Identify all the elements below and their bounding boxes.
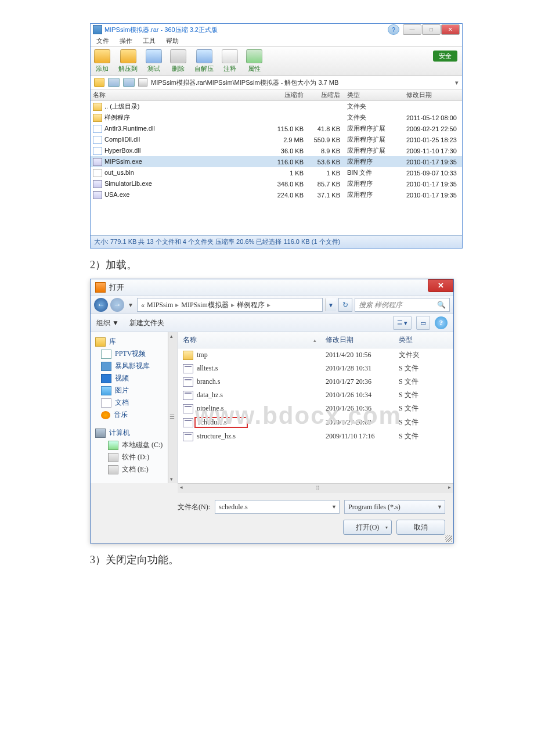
toolbar-属性[interactable]: 属性 (246, 49, 262, 73)
open-button[interactable]: 打开(O) (343, 520, 392, 535)
file-row[interactable]: alltest.s2010/1/28 10:31S 文件 (178, 362, 453, 375)
cancel-button[interactable]: 取消 (396, 520, 445, 535)
col-name[interactable]: 名称▴ (178, 332, 321, 348)
sidebar-drive[interactable]: 本地磁盘 (C:) (93, 439, 175, 451)
sidebar-item-icon (101, 411, 110, 419)
file-row[interactable]: structure_hz.s2009/11/10 17:16S 文件 (178, 430, 453, 443)
view-button[interactable]: ☰ ▾ (393, 316, 412, 330)
help-icon[interactable]: ? (388, 24, 399, 35)
file-row[interactable]: 样例程序文件夹2011-05-12 08:00 (91, 112, 462, 123)
bc-seg[interactable]: 样例程序 (237, 300, 265, 310)
col-date[interactable]: 修改日期 (321, 332, 394, 348)
close-button[interactable]: ✕ (441, 24, 460, 35)
path-text: MIPSsim模拟器.rar\MIPSsim\MIPSsim模拟器 - 解包大小… (151, 78, 338, 87)
file-row[interactable]: data_hz.s2010/1/26 10:34S 文件 (178, 388, 453, 402)
resize-grip[interactable] (445, 535, 452, 542)
back-button[interactable]: ← (94, 298, 108, 312)
sidebar-item[interactable]: 暴风影视库 (93, 360, 175, 372)
refresh-button[interactable]: ↻ (338, 298, 352, 312)
toolbar-解压到[interactable]: 解压到 (118, 49, 138, 73)
up-icon[interactable] (94, 78, 104, 87)
sidebar-library[interactable]: 库 (93, 336, 175, 348)
file-icon (183, 404, 193, 413)
file-list: 名称 压缩前 压缩后 类型 修改日期 .. (上级目录)文件夹样例程序文件夹20… (91, 89, 462, 235)
file-icon (183, 377, 193, 387)
help-button[interactable]: ? (435, 316, 448, 329)
sidebar-item[interactable]: PPTV视频 (93, 348, 175, 360)
breadcrumb-dropdown[interactable]: ▼ (325, 298, 336, 311)
search-input[interactable]: 搜索 样例程序 🔍 (355, 298, 450, 312)
preview-button[interactable]: ▭ (416, 316, 430, 330)
file-row[interactable]: tmp2011/4/20 10:56文件夹 (178, 348, 453, 362)
sidebar-item[interactable]: 音乐 (93, 409, 175, 421)
dialog-titlebar: 打开 ✕ (91, 279, 453, 296)
file-icon (93, 136, 102, 144)
bc-seg[interactable]: MIPSsim (147, 301, 173, 309)
col-name[interactable]: 名称 (91, 89, 269, 100)
col-after[interactable]: 压缩后 (306, 89, 342, 100)
window-title: MIPSsim模拟器.rar - 360压缩 3.2正式版 (104, 26, 388, 34)
file-row[interactable]: out_us.bin1 KB1 KBBIN 文件2015-09-07 10:33 (91, 167, 462, 178)
file-icon (93, 180, 102, 188)
history-dropdown[interactable]: ▾ (127, 300, 135, 310)
file-row[interactable]: HyperBox.dll36.0 KB8.9 KB应用程序扩展2009-11-1… (91, 145, 462, 156)
file-row[interactable]: SimulatorLib.exe348.0 KB85.7 KB应用程序2010-… (91, 178, 462, 189)
file-icon (183, 351, 193, 360)
filename-input[interactable]: schedule.s ▼ (215, 500, 340, 514)
col-type[interactable]: 类型 (342, 89, 402, 100)
file-row[interactable]: MIPSsim.exe116.0 KB53.6 KB应用程序2010-01-17… (91, 156, 462, 167)
bc-seg[interactable]: MIPSsim模拟器 (181, 300, 228, 310)
toolbar-注释[interactable]: 注释 (222, 49, 238, 73)
file-row[interactable]: pipeline.s2010/1/26 10:36S 文件 (178, 402, 453, 415)
col-before[interactable]: 压缩前 (269, 89, 306, 100)
file-pane: www.bdocx.com 名称▴ 修改日期 类型 tmp2011/4/20 1… (178, 332, 453, 483)
breadcrumb[interactable]: « MIPSsim▸ MIPSsim模拟器▸ 样例程序▸ (137, 298, 323, 312)
view-icon[interactable] (108, 78, 120, 87)
dropdown-icon[interactable]: ▼ (331, 504, 337, 510)
menu-tools[interactable]: 工具 (143, 37, 156, 45)
menu-help[interactable]: 帮助 (166, 37, 179, 45)
open-dialog: 打开 ✕ ← → ▾ « MIPSsim▸ MIPSsim模拟器▸ 样例程序▸ … (90, 279, 454, 543)
toolbar-删除[interactable]: 删除 (170, 49, 186, 73)
col-type[interactable]: 类型 (394, 332, 453, 348)
file-row[interactable]: USA.exe224.0 KB37.1 KB应用程序2010-01-17 19:… (91, 189, 462, 200)
safe-badge: 安全 (433, 51, 457, 62)
menu-operate[interactable]: 操作 (120, 37, 132, 45)
menu-file[interactable]: 文件 (96, 37, 109, 45)
sidebar-item[interactable]: 视频 (93, 372, 175, 384)
close-button[interactable]: ✕ (428, 279, 453, 292)
file-row[interactable]: Antlr3.Runtime.dll115.0 KB41.8 KB应用程序扩展2… (91, 123, 462, 134)
sidebar-scrollbar[interactable]: ☰ (168, 332, 178, 483)
sidebar-computer[interactable]: 计算机 (93, 427, 175, 439)
toolbar-自解压[interactable]: 自解压 (194, 49, 214, 73)
caption-2: 2）加载。 (90, 258, 447, 272)
file-row[interactable]: .. (上级目录)文件夹 (91, 101, 462, 112)
sidebar-drive[interactable]: 文档 (E:) (93, 463, 175, 476)
list-icon[interactable] (123, 78, 135, 87)
filetype-filter[interactable]: Program files (*.s) ▼ (344, 500, 445, 514)
tool-icon (94, 49, 110, 63)
file-row[interactable]: schedule.s2010/1/27 20:09S 文件 (178, 415, 453, 430)
file-icon (183, 364, 193, 373)
pathbar: MIPSsim模拟器.rar\MIPSsim\MIPSsim模拟器 - 解包大小… (91, 76, 462, 89)
newfolder-button[interactable]: 新建文件夹 (129, 318, 164, 328)
file-row[interactable]: branch.s2010/1/27 20:36S 文件 (178, 375, 453, 388)
minimize-button[interactable]: — (403, 24, 421, 35)
file-row[interactable]: CompliDll.dll2.9 MB550.9 KB应用程序扩展2010-01… (91, 134, 462, 145)
forward-button[interactable]: → (110, 298, 124, 312)
toolbar-添加[interactable]: 添加 (94, 49, 110, 73)
tool-icon (222, 49, 238, 63)
organize-button[interactable]: 组织 ▼ (96, 318, 119, 328)
sidebar-item[interactable]: 图片 (93, 384, 175, 397)
dialog-icon (95, 282, 106, 293)
maximize-button[interactable]: □ (422, 24, 441, 35)
sidebar-item[interactable]: 文档 (93, 397, 175, 409)
dropdown-icon[interactable]: ▾ (455, 79, 459, 87)
dropdown-icon[interactable]: ▼ (437, 504, 442, 510)
toolbar-测试[interactable]: 测试 (146, 49, 162, 73)
dialog-toolbar: 组织 ▼ 新建文件夹 ☰ ▾ ▭ ? (91, 314, 453, 332)
sidebar-drive[interactable]: 软件 (D:) (93, 451, 175, 463)
tool-icon (170, 49, 186, 63)
file-scrollbar[interactable]: ⠿ (178, 483, 453, 493)
col-date[interactable]: 修改日期 (402, 89, 462, 100)
